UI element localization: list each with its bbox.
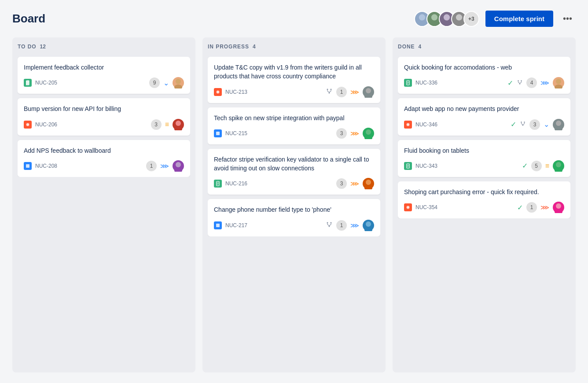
story-points-badge: 9 bbox=[149, 77, 160, 88]
card-meta-right: ✓ 5 ≡ bbox=[522, 160, 564, 172]
card-nuc213[interactable]: Update T&C copy with v1.9 from the write… bbox=[208, 57, 380, 103]
card-avatar bbox=[553, 77, 564, 88]
svg-point-13 bbox=[174, 126, 182, 130]
card-meta-left: NUC-205 bbox=[24, 79, 57, 87]
card-title: Add NPS feedback to wallboard bbox=[24, 146, 184, 155]
story-points-badge: 4 bbox=[526, 77, 537, 88]
issue-id: NUC-216 bbox=[225, 180, 247, 187]
svg-point-54 bbox=[521, 122, 522, 123]
card-nuc216[interactable]: Refactor stripe verification key validat… bbox=[208, 149, 380, 195]
card-meta-left: NUC-354 bbox=[404, 203, 437, 211]
card-footer: NUC-217 1 ⋙ bbox=[214, 220, 374, 231]
issue-id: NUC-213 bbox=[225, 89, 247, 95]
story-points-badge: 3 bbox=[336, 128, 347, 139]
svg-line-24 bbox=[329, 91, 331, 92]
check-icon: ✓ bbox=[522, 162, 528, 170]
card-meta-left: NUC-216 bbox=[214, 180, 247, 188]
svg-rect-14 bbox=[26, 164, 29, 168]
priority-icon: ⋙ bbox=[350, 88, 359, 96]
issue-id: NUC-205 bbox=[35, 80, 57, 86]
card-nuc208[interactable]: Add NPS feedback to wallboard NUC-208 1 … bbox=[18, 140, 190, 177]
svg-rect-27 bbox=[216, 132, 220, 135]
card-title: Quick booking for accomodations - web bbox=[404, 63, 564, 72]
card-meta-right: ✓ 4 ⋙ bbox=[507, 77, 564, 88]
issue-id: NUC-336 bbox=[415, 80, 437, 86]
svg-point-5 bbox=[441, 21, 452, 27]
story-points-badge: 5 bbox=[531, 161, 542, 171]
svg-point-2 bbox=[431, 14, 437, 20]
card-meta-left: NUC-206 bbox=[24, 121, 57, 129]
priority-icon: ⌄ bbox=[163, 79, 169, 87]
svg-point-32 bbox=[364, 185, 372, 189]
more-options-button[interactable]: ••• bbox=[559, 12, 576, 26]
story-points-badge: 1 bbox=[146, 161, 157, 171]
svg-point-46 bbox=[519, 83, 521, 85]
svg-point-4 bbox=[444, 14, 450, 20]
git-icon bbox=[326, 88, 333, 96]
column-inprogress-count: 4 bbox=[253, 44, 256, 50]
column-done-header: DONE 4 bbox=[398, 44, 570, 51]
card-meta-left: NUC-208 bbox=[24, 162, 57, 170]
column-todo: TO DO 12 Implement feedback collector NU… bbox=[12, 37, 195, 372]
svg-point-25 bbox=[366, 88, 371, 93]
card-title: Change phone number field type to 'phone… bbox=[214, 205, 374, 214]
card-avatar bbox=[553, 202, 564, 213]
card-nuc336[interactable]: Quick booking for accomodations - web NU… bbox=[398, 57, 570, 94]
board: TO DO 12 Implement feedback collector NU… bbox=[12, 37, 576, 372]
git-icon bbox=[520, 121, 526, 128]
card-title: Refactor stripe verification key validat… bbox=[214, 155, 374, 173]
column-todo-count: 12 bbox=[40, 44, 46, 50]
card-avatar bbox=[173, 160, 184, 172]
column-inprogress-title: IN PROGRESS bbox=[208, 44, 249, 50]
card-footer: NUC-213 1 ⋙ bbox=[214, 86, 374, 98]
card-meta-left: NUC-217 bbox=[214, 221, 247, 229]
priority-icon: ≡ bbox=[545, 162, 549, 170]
svg-point-3 bbox=[429, 21, 439, 27]
svg-point-1 bbox=[417, 21, 427, 27]
svg-point-26 bbox=[364, 94, 372, 98]
card-nuc217[interactable]: Change phone number field type to 'phone… bbox=[208, 199, 380, 236]
card-meta-right: 3 ⋙ bbox=[336, 128, 374, 139]
card-footer: NUC-208 1 ⋙ bbox=[24, 160, 184, 172]
issue-type-bug bbox=[404, 203, 412, 211]
svg-point-42 bbox=[364, 227, 372, 231]
card-avatar bbox=[363, 128, 374, 139]
svg-line-58 bbox=[522, 124, 523, 125]
issue-type-story bbox=[214, 180, 222, 188]
card-footer: NUC-336 ✓ 4 ⋙ bbox=[404, 77, 564, 88]
check-icon: ✓ bbox=[507, 79, 513, 87]
svg-point-34 bbox=[327, 222, 328, 224]
avatar-more[interactable]: +3 bbox=[463, 11, 479, 27]
svg-point-0 bbox=[419, 14, 425, 20]
card-nuc343[interactable]: Fluid booking on tablets NUC-343 ✓ 5 ≡ bbox=[398, 140, 570, 177]
issue-type-bug bbox=[404, 121, 412, 129]
svg-point-55 bbox=[524, 122, 525, 123]
complete-sprint-button[interactable]: Complete sprint bbox=[485, 11, 553, 27]
ellipsis-icon: ••• bbox=[563, 14, 572, 23]
check-icon: ✓ bbox=[511, 120, 516, 129]
svg-point-67 bbox=[556, 203, 561, 209]
card-meta-right: 1 ⋙ bbox=[146, 160, 184, 172]
priority-icon: ⋙ bbox=[350, 130, 359, 137]
issue-type-story bbox=[24, 79, 32, 87]
card-meta-right: ✓ 3 ⌄ bbox=[511, 119, 564, 130]
column-done: DONE 4 Quick booking for accomodations -… bbox=[393, 37, 576, 372]
issue-id: NUC-215 bbox=[225, 130, 247, 136]
git-icon bbox=[517, 79, 523, 87]
card-nuc206[interactable]: Bump version for new API for billing NUC… bbox=[18, 98, 190, 135]
header: Board +3 Complete sprint ••• bbox=[12, 11, 576, 27]
svg-point-44 bbox=[518, 80, 519, 81]
issue-type-task bbox=[24, 162, 32, 170]
story-points-badge: 1 bbox=[336, 220, 347, 231]
card-nuc346[interactable]: Adapt web app no new payments provider N… bbox=[398, 98, 570, 135]
story-points-badge: 1 bbox=[526, 202, 537, 213]
card-nuc215[interactable]: Tech spike on new stripe integration wit… bbox=[208, 107, 380, 144]
card-footer: NUC-216 3 ⋙ bbox=[214, 178, 374, 189]
priority-icon: ⋙ bbox=[540, 204, 549, 211]
card-nuc354[interactable]: Shoping cart purchasing error - quick fi… bbox=[398, 181, 570, 218]
issue-id: NUC-354 bbox=[415, 204, 437, 210]
header-right: +3 Complete sprint ••• bbox=[414, 11, 576, 27]
column-done-title: DONE bbox=[398, 44, 415, 50]
issue-type-bug bbox=[24, 121, 32, 129]
card-nuc205[interactable]: Implement feedback collector NUC-205 9 ⌄ bbox=[18, 57, 190, 94]
